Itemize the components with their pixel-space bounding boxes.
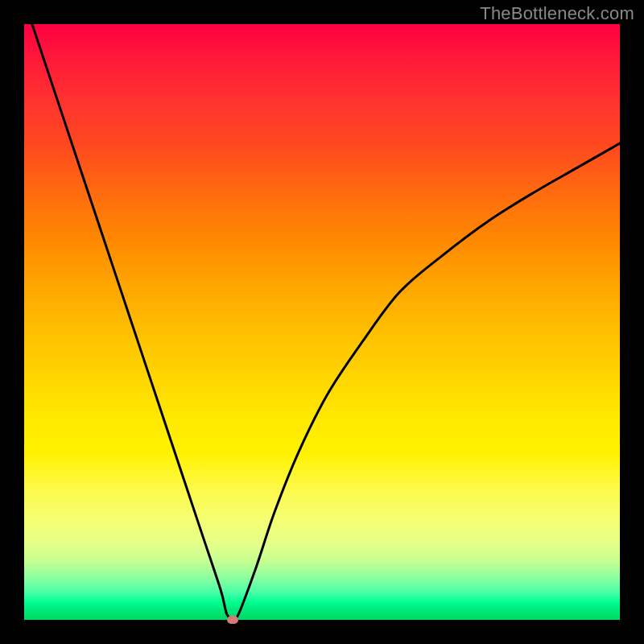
- bottleneck-curve-line: [24, 24, 620, 620]
- cusp-marker: [227, 616, 238, 624]
- plot-area: [24, 24, 620, 620]
- chart-frame: TheBottleneck.com: [0, 0, 644, 644]
- watermark-text: TheBottleneck.com: [480, 3, 634, 24]
- curve-svg: [24, 24, 620, 620]
